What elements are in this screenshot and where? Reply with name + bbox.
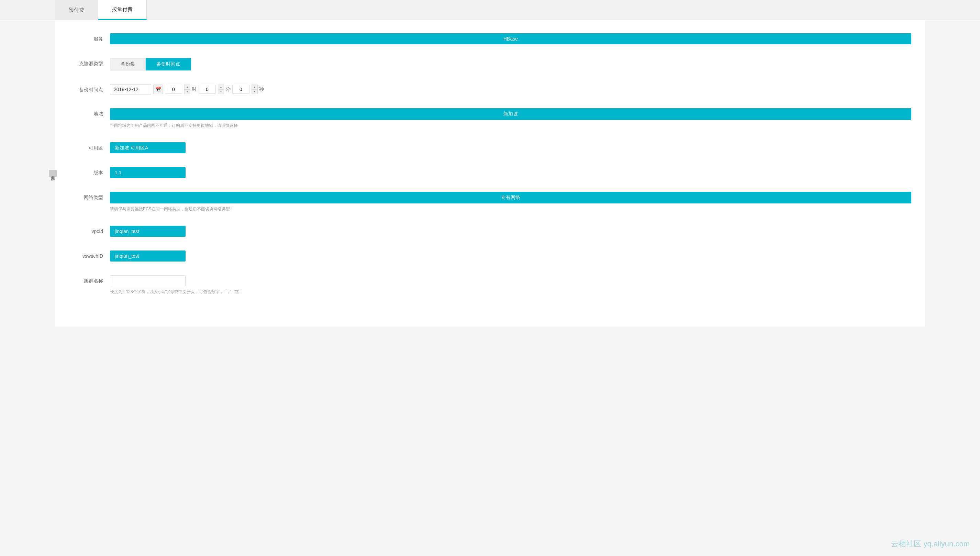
second-spinners: ▲ ▼ [252,84,258,94]
hour-spinners: ▲ ▼ [184,84,191,94]
az-label: 可用区 [69,142,110,151]
tab-postpaid[interactable]: 按量付费 [98,0,147,20]
form-row-region: 地域 新加坡 不同地域之间的产品内网不互通；订购后不支持更换地域，请谨慎选择 [69,105,911,129]
hour-label: 时 [192,86,197,92]
form-row-cluster-name: 集群名称 长度为2-128个字符，以大小写字母或中文开头，可包含数字，'.'，'… [69,273,911,295]
vpcid-select-wrapper: jinqian_test [110,226,911,237]
form-row-network-type: 网络类型 专有网络 请确保与需要连接ECS在同一网络类型，创建后不能切换网络类型… [69,189,911,212]
second-label: 秒 [259,86,264,92]
hour-unit: ▲ ▼ 时 [165,84,197,94]
form-row-clone-source: 克隆源类型 备份集 备份时间点 [69,55,911,70]
minute-unit: ▲ ▼ 分 [199,84,230,94]
vpcid-label: vpcId [69,226,110,234]
form-row-service: 服务 HBase [69,31,911,44]
hour-input[interactable] [165,85,182,94]
second-unit: ▲ ▼ 秒 [232,84,264,94]
vswitchid-content: jinqian_test [110,251,911,262]
backup-time-content: 📅 ▲ ▼ 时 ▲ [110,84,911,94]
minute-input[interactable] [199,85,216,94]
side-feedback-label[interactable]: 意见反馈 [49,170,57,177]
cluster-name-hint: 长度为2-128个字符，以大小写字母或中文开头，可包含数字，'.'，'_'或'-… [110,289,911,295]
main-content: 意见反馈 服务 HBase 克隆源类型 备份集 备份时间点 备份时间点 [55,20,925,326]
form-row-vswitchid: vswitchID jinqian_test [69,248,911,262]
hour-down[interactable]: ▼ [184,89,191,94]
form-row-vpcid: vpcId jinqian_test [69,223,911,237]
vpcid-content: jinqian_test [110,226,911,237]
second-input[interactable] [232,85,249,94]
backup-time-label: 备份时间点 [69,84,110,93]
version-label: 版本 [69,167,110,176]
second-down[interactable]: ▼ [252,89,258,94]
region-button[interactable]: 新加坡 [110,108,911,120]
minute-spinners: ▲ ▼ [218,84,224,94]
az-select[interactable]: 新加坡 可用区A [110,142,186,153]
vswitchid-select[interactable]: jinqian_test [110,251,186,262]
region-content: 新加坡 不同地域之间的产品内网不互通；订购后不支持更换地域，请谨慎选择 [110,108,911,129]
network-type-content: 专有网络 请确保与需要连接ECS在同一网络类型，创建后不能切换网络类型！ [110,192,911,212]
region-label: 地域 [69,108,110,117]
datetime-row: 📅 ▲ ▼ 时 ▲ [110,84,911,94]
cluster-name-input[interactable] [110,275,186,286]
form-row-version: 版本 1.1 [69,164,911,178]
minute-up[interactable]: ▲ [218,84,224,89]
clone-source-backup-set[interactable]: 备份集 [110,58,146,70]
network-type-button[interactable]: 专有网络 [110,192,911,204]
region-hint: 不同地域之间的产品内网不互通；订购后不支持更换地域，请谨慎选择 [110,123,911,129]
cluster-name-label: 集群名称 [69,275,110,284]
clone-source-backup-time[interactable]: 备份时间点 [146,58,191,70]
second-up[interactable]: ▲ [252,84,258,89]
calendar-icon[interactable]: 📅 [153,84,163,94]
network-type-hint: 请确保与需要连接ECS在同一网络类型，创建后不能切换网络类型！ [110,206,911,212]
page-wrapper: 预付费 按量付费 意见反馈 服务 HBase 克隆源类型 备份集 备份时间点 备… [0,0,980,556]
version-select-wrapper: 1.1 [110,167,911,178]
minute-label: 分 [225,86,230,92]
minute-down[interactable]: ▼ [218,89,224,94]
form-row-backup-time: 备份时间点 📅 ▲ ▼ 时 [69,81,911,94]
clone-source-toggle-group: 备份集 备份时间点 [110,58,911,70]
tab-prepaid[interactable]: 预付费 [55,0,98,20]
cluster-name-content: 长度为2-128个字符，以大小写字母或中文开头，可包含数字，'.'，'_'或'-… [110,275,911,295]
clone-source-content: 备份集 备份时间点 [110,58,911,70]
hour-up[interactable]: ▲ [184,84,191,89]
service-content: HBase [110,33,911,44]
tab-bar: 预付费 按量付费 [0,0,980,20]
version-select[interactable]: 1.1 [110,167,186,178]
date-input[interactable] [110,84,151,94]
clone-source-label: 克隆源类型 [69,58,110,67]
vswitchid-label: vswitchID [69,251,110,259]
vpcid-select[interactable]: jinqian_test [110,226,186,237]
service-label: 服务 [69,33,110,42]
service-button[interactable]: HBase [110,33,911,44]
network-type-label: 网络类型 [69,192,110,201]
az-content: 新加坡 可用区A [110,142,911,153]
form-row-az: 可用区 新加坡 可用区A [69,139,911,153]
az-select-wrapper: 新加坡 可用区A [110,142,911,153]
version-content: 1.1 [110,167,911,178]
vswitchid-select-wrapper: jinqian_test [110,251,911,262]
